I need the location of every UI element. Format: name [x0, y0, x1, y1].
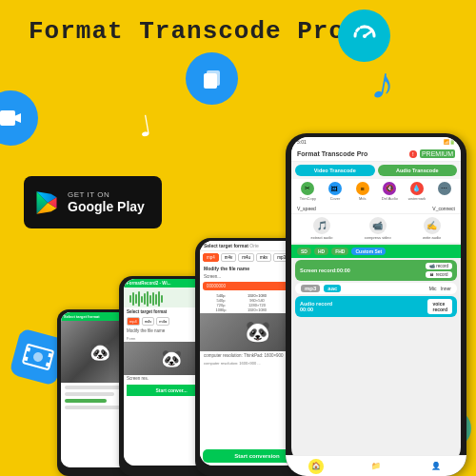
- wbar: [158, 291, 160, 307]
- p4-sr-label: Screen record:00:00: [300, 268, 350, 273]
- phones-container: Select target format FormatRecord2 - Wi.…: [57, 76, 476, 476]
- p2-fmt-m4v: m4v: [142, 317, 155, 326]
- p4-speed-row: V_speed V_connect: [291, 204, 461, 213]
- p4-write-icon: ✍: [424, 217, 441, 234]
- p4-compress-video[interactable]: 📹 compress video: [365, 217, 391, 240]
- p4-icon-grid: ✂ TrimCopy 🖼 Cover ≡ Mds 🔇 Del Audio 💧: [291, 179, 461, 204]
- p4-app-header: Format Transcode Pro ! PREMIUM: [291, 147, 461, 162]
- app-title: Format Transcode Pro: [29, 17, 345, 46]
- wbar: [132, 292, 134, 306]
- wbar: [141, 296, 143, 303]
- p4-more-icon: ⋯: [438, 182, 451, 195]
- p4-bottom-nav: 🏠 📁 👤: [291, 455, 461, 465]
- deco-circle-video: [0, 90, 38, 146]
- p4-vconnect[interactable]: V_connect: [432, 206, 455, 211]
- p2-fmt-m4a: m4a: [156, 317, 169, 326]
- p4-mic-row: Mic Inner: [429, 286, 451, 291]
- p4-icon-watermark[interactable]: 💧 watermark: [405, 182, 430, 201]
- p4-sr-btn2[interactable]: 🖥 record: [426, 271, 452, 278]
- p4-vspeed[interactable]: V_speed: [297, 206, 316, 211]
- p4-screen-record: Screen record:00:00 📹 record 🖥 record: [295, 260, 457, 281]
- p4-icon-cover[interactable]: 🖼 Cover: [323, 182, 348, 201]
- p4-qual-sd[interactable]: SD: [297, 248, 311, 255]
- wbar: [161, 295, 163, 303]
- p4-icon-mds[interactable]: ≡ Mds: [349, 182, 375, 201]
- p4-inner-label[interactable]: Inner: [441, 286, 451, 291]
- p4-time: 5:01: [297, 139, 307, 145]
- p4-mic-label[interactable]: Mic: [429, 286, 437, 291]
- p1-bar-2: [65, 392, 114, 396]
- p4-status-bar: 5:01 📶🔋: [291, 137, 461, 147]
- phone-4-screen: 5:01 📶🔋 Format Transcode Pro ! PREMIUM V…: [291, 137, 461, 465]
- p4-icon-delaudio[interactable]: 🔇 Del Audio: [377, 182, 403, 201]
- p3-fmt-mkv[interactable]: mkv: [256, 253, 271, 262]
- p4-nav-person[interactable]: 👤: [428, 459, 444, 466]
- wbar: [152, 292, 154, 306]
- p4-audio-record: Audio record 00:00 voicerecord: [295, 296, 457, 317]
- p4-voice-record-btn[interactable]: voicerecord: [427, 299, 452, 314]
- phone-4-main: 5:01 📶🔋 Format Transcode Pro ! PREMIUM V…: [286, 133, 466, 476]
- wbar: [149, 295, 151, 304]
- p4-tab-audio[interactable]: Audio Transcode: [378, 165, 458, 176]
- p4-delaudio-icon: 🔇: [383, 182, 396, 195]
- p4-write-audio[interactable]: ✍ write audio: [423, 217, 441, 240]
- svg-point-15: [32, 351, 44, 363]
- p4-icon-trimcopy[interactable]: ✂ TrimCopy: [295, 182, 321, 201]
- wbar: [147, 291, 149, 307]
- p4-qual-fhd[interactable]: FHD: [331, 248, 348, 255]
- wbar: [129, 295, 131, 303]
- p4-icon-more[interactable]: ⋯: [431, 182, 457, 201]
- wbar: [144, 293, 146, 305]
- p4-sr-buttons: 📹 record 🖥 record: [426, 263, 452, 278]
- p2-fmt-mp4: mp4: [127, 317, 140, 326]
- p4-extract-audio[interactable]: 🎵 extract audio: [311, 217, 333, 240]
- p4-nav-folder[interactable]: 📁: [368, 459, 384, 466]
- p4-ar-label: Audio record 00:00: [300, 301, 332, 312]
- p4-quality-row: SD HD FHD Custom Set: [291, 245, 461, 258]
- p4-cover-icon: 🖼: [328, 182, 342, 195]
- p3-res-text: 00000000: [207, 284, 226, 288]
- p1-bar-3: [65, 399, 107, 403]
- p4-app-title: Format Transcode Pro: [297, 150, 367, 157]
- p4-premium-badge: PREMIUM: [420, 149, 455, 158]
- p4-signal: 📶🔋: [444, 139, 455, 145]
- p4-tab-video[interactable]: Video Transcode: [295, 165, 375, 176]
- p4-extract-icon: 🎵: [313, 217, 330, 234]
- speed-icon: [338, 10, 390, 62]
- p4-fmt-mp3[interactable]: mp3: [301, 285, 320, 292]
- p4-fmt-aac[interactable]: aac: [324, 285, 341, 292]
- p3-fmt-m4v[interactable]: m4v: [221, 253, 237, 262]
- p4-qual-hd[interactable]: HD: [314, 248, 328, 255]
- p4-action-row: 🎵 extract audio 📹 compress video ✍ write…: [291, 214, 461, 243]
- p4-sr-btn1[interactable]: 📹 record: [426, 263, 452, 269]
- p3-fmt-m4u[interactable]: m4u: [238, 253, 254, 262]
- p4-header-icons: ! PREMIUM: [409, 149, 455, 158]
- svg-point-1: [363, 34, 367, 38]
- google-play-icon: [33, 189, 60, 216]
- p4-trimcopy-icon: ✂: [301, 182, 314, 195]
- svg-rect-2: [0, 110, 15, 126]
- wbar: [155, 294, 157, 305]
- p4-premium-dot: !: [409, 150, 417, 158]
- svg-marker-3: [14, 113, 21, 123]
- wbar: [135, 294, 137, 304]
- p4-mds-icon: ≡: [356, 182, 369, 195]
- p4-watermark-icon: 💧: [410, 182, 424, 195]
- p4-compress-icon: 📹: [369, 217, 387, 234]
- p4-format-row: mp3 aac Mic Inner: [295, 283, 457, 294]
- wbar: [138, 291, 140, 307]
- p4-qual-custom[interactable]: Custom Set: [351, 248, 386, 255]
- p4-tabs: Video Transcode Audio Transcode: [291, 162, 461, 179]
- p4-nav-home[interactable]: 🏠: [308, 459, 324, 466]
- p3-fmt-mp4[interactable]: mp4: [203, 253, 219, 262]
